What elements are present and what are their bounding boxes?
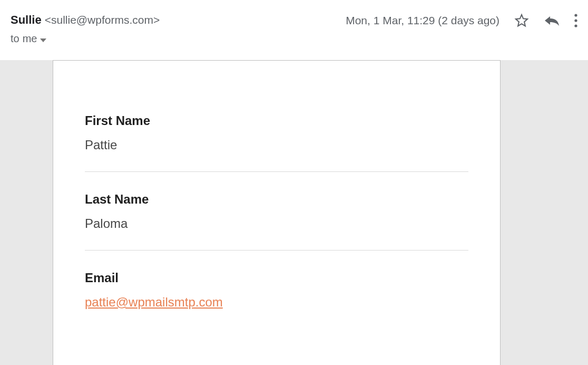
reply-icon[interactable]: [544, 14, 560, 27]
form-field-email: Email pattie@wpmailsmtp.com: [85, 271, 468, 310]
header-actions: Mon, 1 Mar, 11:29 (2 days ago): [346, 13, 577, 28]
sender-block: Sullie <sullie@wpforms.com> to me: [11, 13, 160, 45]
sender-email: <sullie@wpforms.com>: [45, 14, 160, 26]
recipient-name: me: [23, 33, 37, 45]
recipient-prefix: to: [11, 33, 19, 45]
svg-point-0: [574, 14, 577, 16]
field-label: Email: [85, 271, 468, 285]
recipient-dropdown[interactable]: to me: [11, 32, 160, 45]
field-value: Paloma: [85, 216, 468, 231]
email-header: Sullie <sullie@wpforms.com> to me Mon, 1…: [0, 0, 588, 52]
email-body-wrap: First Name Pattie Last Name Paloma Email…: [0, 60, 588, 365]
more-icon[interactable]: [574, 14, 577, 27]
svg-point-2: [574, 24, 577, 27]
email-card: First Name Pattie Last Name Paloma Email…: [53, 60, 501, 365]
chevron-down-icon: [40, 33, 46, 45]
sender-line: Sullie <sullie@wpforms.com>: [11, 13, 160, 27]
field-label: First Name: [85, 113, 468, 128]
svg-point-1: [574, 19, 577, 22]
sender-name: Sullie: [11, 13, 42, 27]
star-icon[interactable]: [514, 13, 529, 28]
form-field-first-name: First Name Pattie: [85, 113, 468, 172]
field-value: Pattie: [85, 138, 468, 152]
form-field-last-name: Last Name Paloma: [85, 192, 468, 251]
timestamp: Mon, 1 Mar, 11:29 (2 days ago): [346, 14, 499, 27]
email-link[interactable]: pattie@wpmailsmtp.com: [85, 295, 468, 310]
field-label: Last Name: [85, 192, 468, 207]
